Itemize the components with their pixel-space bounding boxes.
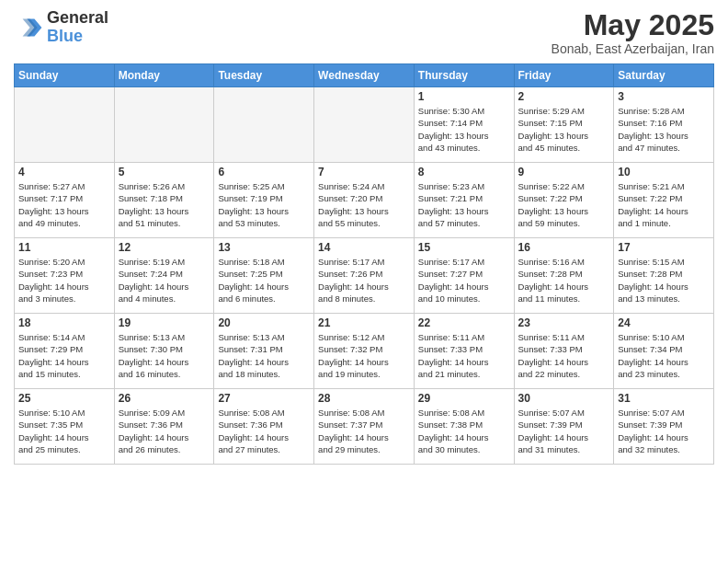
day-info: Sunrise: 5:16 AMSunset: 7:28 PMDaylight:… bbox=[518, 256, 610, 304]
day-number: 22 bbox=[418, 316, 510, 329]
table-cell bbox=[214, 87, 314, 163]
logo-text: General Blue bbox=[47, 9, 108, 46]
table-cell: 4Sunrise: 5:27 AMSunset: 7:17 PMDaylight… bbox=[15, 163, 115, 238]
day-info: Sunrise: 5:17 AMSunset: 7:26 PMDaylight:… bbox=[318, 256, 410, 304]
table-cell: 15Sunrise: 5:17 AMSunset: 7:27 PMDayligh… bbox=[414, 238, 514, 314]
day-number: 19 bbox=[119, 316, 210, 329]
page-container: General Blue May 2025 Bonab, East Azerba… bbox=[0, 0, 728, 474]
table-cell: 20Sunrise: 5:13 AMSunset: 7:31 PMDayligh… bbox=[214, 314, 314, 389]
week-row-3: 11Sunrise: 5:20 AMSunset: 7:23 PMDayligh… bbox=[15, 238, 714, 314]
logo: General Blue bbox=[14, 9, 108, 46]
day-info: Sunrise: 5:14 AMSunset: 7:29 PMDaylight:… bbox=[18, 331, 110, 380]
table-cell bbox=[114, 87, 214, 163]
table-cell: 19Sunrise: 5:13 AMSunset: 7:30 PMDayligh… bbox=[114, 314, 214, 389]
day-info: Sunrise: 5:08 AMSunset: 7:38 PMDaylight:… bbox=[418, 407, 510, 455]
table-cell: 2Sunrise: 5:29 AMSunset: 7:15 PMDaylight… bbox=[514, 87, 614, 163]
day-number: 12 bbox=[119, 241, 210, 254]
day-info: Sunrise: 5:13 AMSunset: 7:30 PMDaylight:… bbox=[119, 331, 210, 380]
table-cell: 6Sunrise: 5:25 AMSunset: 7:19 PMDaylight… bbox=[214, 163, 314, 238]
day-info: Sunrise: 5:23 AMSunset: 7:21 PMDaylight:… bbox=[418, 180, 510, 229]
day-number: 27 bbox=[218, 392, 310, 405]
day-number: 2 bbox=[518, 90, 610, 103]
col-sunday: Sunday bbox=[15, 64, 115, 87]
day-info: Sunrise: 5:12 AMSunset: 7:32 PMDaylight:… bbox=[318, 331, 410, 380]
table-cell: 9Sunrise: 5:22 AMSunset: 7:22 PMDaylight… bbox=[514, 163, 614, 238]
col-monday: Monday bbox=[114, 64, 214, 87]
day-number: 15 bbox=[418, 241, 510, 254]
day-number: 21 bbox=[318, 316, 410, 329]
table-cell: 18Sunrise: 5:14 AMSunset: 7:29 PMDayligh… bbox=[15, 314, 115, 389]
day-number: 29 bbox=[418, 392, 510, 405]
day-number: 25 bbox=[18, 392, 110, 405]
table-cell bbox=[314, 87, 415, 163]
table-cell: 30Sunrise: 5:07 AMSunset: 7:39 PMDayligh… bbox=[514, 389, 614, 465]
day-number: 14 bbox=[318, 241, 410, 254]
day-info: Sunrise: 5:07 AMSunset: 7:39 PMDaylight:… bbox=[618, 407, 710, 455]
day-info: Sunrise: 5:11 AMSunset: 7:33 PMDaylight:… bbox=[418, 331, 510, 380]
day-number: 26 bbox=[119, 392, 210, 405]
day-info: Sunrise: 5:10 AMSunset: 7:34 PMDaylight:… bbox=[618, 331, 710, 380]
day-info: Sunrise: 5:21 AMSunset: 7:22 PMDaylight:… bbox=[618, 180, 710, 229]
table-cell: 7Sunrise: 5:24 AMSunset: 7:20 PMDaylight… bbox=[314, 163, 415, 238]
weekday-header-row: Sunday Monday Tuesday Wednesday Thursday… bbox=[15, 64, 714, 87]
day-info: Sunrise: 5:26 AMSunset: 7:18 PMDaylight:… bbox=[119, 180, 210, 229]
day-number: 6 bbox=[218, 166, 310, 178]
day-info: Sunrise: 5:25 AMSunset: 7:19 PMDaylight:… bbox=[218, 180, 310, 229]
day-number: 8 bbox=[418, 166, 510, 178]
day-number: 28 bbox=[318, 392, 410, 405]
table-cell: 22Sunrise: 5:11 AMSunset: 7:33 PMDayligh… bbox=[414, 314, 514, 389]
day-info: Sunrise: 5:11 AMSunset: 7:33 PMDaylight:… bbox=[518, 331, 610, 380]
table-cell: 23Sunrise: 5:11 AMSunset: 7:33 PMDayligh… bbox=[514, 314, 614, 389]
day-info: Sunrise: 5:28 AMSunset: 7:16 PMDaylight:… bbox=[618, 105, 710, 154]
table-cell: 25Sunrise: 5:10 AMSunset: 7:35 PMDayligh… bbox=[15, 389, 115, 465]
table-cell: 28Sunrise: 5:08 AMSunset: 7:37 PMDayligh… bbox=[314, 389, 415, 465]
table-cell: 5Sunrise: 5:26 AMSunset: 7:18 PMDaylight… bbox=[114, 163, 214, 238]
calendar-table: Sunday Monday Tuesday Wednesday Thursday… bbox=[14, 63, 714, 465]
day-number: 1 bbox=[418, 90, 510, 103]
table-cell: 31Sunrise: 5:07 AMSunset: 7:39 PMDayligh… bbox=[614, 389, 714, 465]
page-header: General Blue May 2025 Bonab, East Azerba… bbox=[14, 9, 714, 56]
logo-icon bbox=[14, 13, 43, 42]
day-info: Sunrise: 5:29 AMSunset: 7:15 PMDaylight:… bbox=[518, 105, 610, 154]
table-cell: 11Sunrise: 5:20 AMSunset: 7:23 PMDayligh… bbox=[15, 238, 115, 314]
day-info: Sunrise: 5:30 AMSunset: 7:14 PMDaylight:… bbox=[418, 105, 510, 154]
day-info: Sunrise: 5:09 AMSunset: 7:36 PMDaylight:… bbox=[119, 407, 210, 455]
day-info: Sunrise: 5:15 AMSunset: 7:28 PMDaylight:… bbox=[618, 256, 710, 304]
calendar-title: May 2025 bbox=[552, 9, 714, 41]
table-cell: 24Sunrise: 5:10 AMSunset: 7:34 PMDayligh… bbox=[614, 314, 714, 389]
table-cell: 13Sunrise: 5:18 AMSunset: 7:25 PMDayligh… bbox=[214, 238, 314, 314]
table-cell: 3Sunrise: 5:28 AMSunset: 7:16 PMDaylight… bbox=[614, 87, 714, 163]
table-cell: 17Sunrise: 5:15 AMSunset: 7:28 PMDayligh… bbox=[614, 238, 714, 314]
table-cell: 8Sunrise: 5:23 AMSunset: 7:21 PMDaylight… bbox=[414, 163, 514, 238]
day-number: 18 bbox=[18, 316, 110, 329]
day-number: 31 bbox=[618, 392, 710, 405]
week-row-1: 1Sunrise: 5:30 AMSunset: 7:14 PMDaylight… bbox=[15, 87, 714, 163]
col-wednesday: Wednesday bbox=[314, 64, 415, 87]
day-number: 11 bbox=[18, 241, 110, 254]
day-number: 5 bbox=[119, 166, 210, 178]
logo-general: General bbox=[47, 9, 108, 28]
day-info: Sunrise: 5:19 AMSunset: 7:24 PMDaylight:… bbox=[119, 256, 210, 304]
day-info: Sunrise: 5:08 AMSunset: 7:36 PMDaylight:… bbox=[218, 407, 310, 455]
col-friday: Friday bbox=[514, 64, 614, 87]
logo-blue: Blue bbox=[47, 28, 108, 46]
table-cell: 27Sunrise: 5:08 AMSunset: 7:36 PMDayligh… bbox=[214, 389, 314, 465]
table-cell: 10Sunrise: 5:21 AMSunset: 7:22 PMDayligh… bbox=[614, 163, 714, 238]
table-cell: 1Sunrise: 5:30 AMSunset: 7:14 PMDaylight… bbox=[414, 87, 514, 163]
day-info: Sunrise: 5:22 AMSunset: 7:22 PMDaylight:… bbox=[518, 180, 610, 229]
day-number: 17 bbox=[618, 241, 710, 254]
day-number: 30 bbox=[518, 392, 610, 405]
col-thursday: Thursday bbox=[414, 64, 514, 87]
day-info: Sunrise: 5:24 AMSunset: 7:20 PMDaylight:… bbox=[318, 180, 410, 229]
day-number: 7 bbox=[318, 166, 410, 178]
table-cell: 16Sunrise: 5:16 AMSunset: 7:28 PMDayligh… bbox=[514, 238, 614, 314]
day-number: 16 bbox=[518, 241, 610, 254]
day-info: Sunrise: 5:10 AMSunset: 7:35 PMDaylight:… bbox=[18, 407, 110, 455]
title-block: May 2025 Bonab, East Azerbaijan, Iran bbox=[552, 9, 714, 56]
calendar-location: Bonab, East Azerbaijan, Iran bbox=[552, 41, 714, 56]
day-number: 10 bbox=[618, 166, 710, 178]
day-number: 3 bbox=[618, 90, 710, 103]
day-number: 9 bbox=[518, 166, 610, 178]
day-info: Sunrise: 5:20 AMSunset: 7:23 PMDaylight:… bbox=[18, 256, 110, 304]
table-cell: 21Sunrise: 5:12 AMSunset: 7:32 PMDayligh… bbox=[314, 314, 415, 389]
